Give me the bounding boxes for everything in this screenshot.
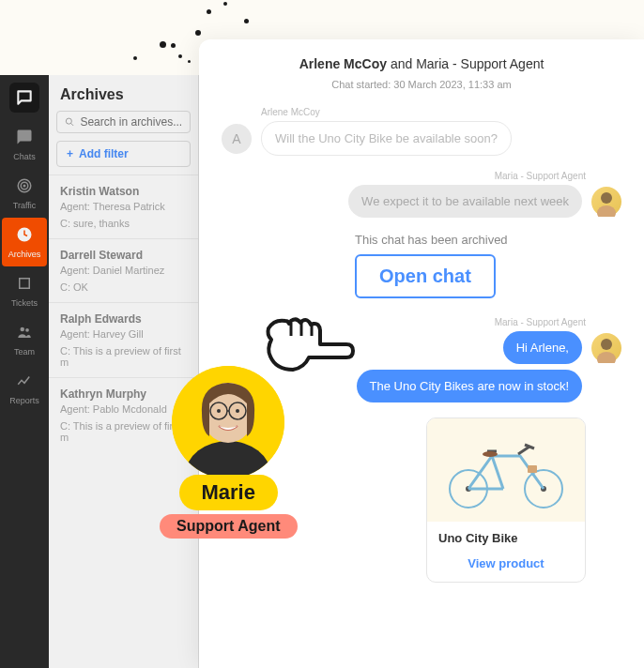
archive-agent: Agent: Theresa Patrick <box>60 201 187 212</box>
agent-message: Hi Arlene, <box>503 331 582 364</box>
agent-avatar <box>591 333 621 363</box>
chart-icon <box>16 372 33 394</box>
customer-message: Will the Uno City Bike be available soon… <box>261 121 512 156</box>
sidebar-rail: Chats Traffic Archives Tickets Team <box>0 75 49 668</box>
svg-point-4 <box>21 326 25 331</box>
agent-message: We expect it to be available next week <box>348 185 582 218</box>
sidebar-item-chats[interactable]: Chats <box>0 120 49 169</box>
svg-point-7 <box>601 192 612 204</box>
message-sender: Maria - Support Agent <box>222 171 621 181</box>
archive-item[interactable]: Darrell Steward Agent: Daniel Martinez C… <box>49 238 198 302</box>
archive-agent: Agent: Daniel Martinez <box>60 265 187 276</box>
agent-message: The Uno City Bikes are now in stock! <box>357 370 582 402</box>
chat-header: Arlene McCoy and Maria - Support Agent <box>199 39 644 79</box>
archive-preview: C: OK <box>60 281 187 293</box>
archive-name: Kristin Watson <box>60 185 187 198</box>
message-sender: Arlene McCoy <box>222 107 621 117</box>
svg-point-2 <box>23 185 25 187</box>
archives-title: Archives <box>60 86 187 103</box>
search-icon <box>65 116 74 128</box>
svg-point-10 <box>597 352 616 363</box>
customer-avatar: A <box>222 124 252 154</box>
product-card: Uno City Bike View product <box>426 418 586 583</box>
product-title: Uno City Bike <box>427 522 585 549</box>
svg-point-5 <box>25 327 29 331</box>
chat-header-rest: and Maria - Support Agent <box>387 56 544 71</box>
sidebar-item-reports[interactable]: Reports <box>0 364 49 413</box>
team-icon <box>16 324 33 345</box>
product-image <box>427 418 585 522</box>
sidebar-label: Chats <box>13 152 36 161</box>
chat-icon <box>16 129 33 150</box>
archive-name: Darrell Steward <box>60 249 187 262</box>
marie-role: Support Agent <box>160 514 298 539</box>
svg-rect-16 <box>528 465 537 473</box>
archive-agent: Agent: Harvey Gill <box>60 328 187 340</box>
chat-customer-name: Arlene McCoy <box>299 56 387 71</box>
svg-point-9 <box>601 339 612 350</box>
agent-avatar <box>591 187 621 217</box>
sidebar-item-archives[interactable]: Archives <box>2 218 47 266</box>
clock-icon <box>16 226 33 248</box>
sidebar-label: Traffic <box>13 201 37 210</box>
svg-point-15 <box>483 451 498 457</box>
ticket-icon <box>16 275 33 296</box>
sidebar-item-team[interactable]: Team <box>0 315 49 364</box>
view-product-link[interactable]: View product <box>427 549 585 582</box>
plus-icon: + <box>67 147 73 160</box>
svg-point-24 <box>236 409 239 413</box>
search-field[interactable] <box>80 115 182 129</box>
sidebar-item-traffic[interactable]: Traffic <box>0 169 49 218</box>
marie-name: Marie <box>179 475 278 510</box>
archive-preview: C: This is a preview of first m <box>60 345 187 368</box>
sidebar-label: Reports <box>9 396 39 405</box>
archive-preview: C: sure, thanks <box>60 218 187 229</box>
search-input[interactable] <box>56 111 191 133</box>
svg-point-8 <box>597 205 616 217</box>
add-filter-button[interactable]: + Add filter <box>56 141 191 167</box>
open-chat-button[interactable]: Open chat <box>355 254 496 298</box>
archived-text: This chat has been archived <box>222 233 621 247</box>
sidebar-item-tickets[interactable]: Tickets <box>0 266 49 315</box>
archive-item[interactable]: Kristin Watson Agent: Theresa Patrick C:… <box>49 175 198 238</box>
target-icon <box>16 177 33 199</box>
pointing-hand-icon <box>257 311 360 409</box>
add-filter-label: Add filter <box>79 147 129 160</box>
svg-point-6 <box>66 118 71 124</box>
svg-point-23 <box>217 409 221 413</box>
sidebar-label: Team <box>14 347 35 357</box>
chat-started-time: Chat started: 30 March 2023, 11:33 am <box>199 79 644 90</box>
sidebar-label: Archives <box>8 250 41 259</box>
app-logo[interactable] <box>9 83 39 113</box>
sidebar-label: Tickets <box>11 298 38 308</box>
archive-name: Ralph Edwards <box>60 312 187 326</box>
